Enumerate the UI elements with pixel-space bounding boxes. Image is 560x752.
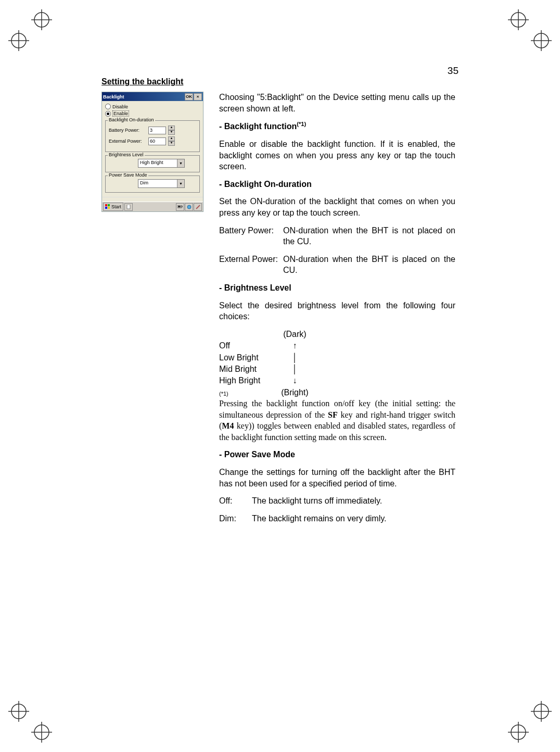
brightness-level-group: Brightness Level High Bright ▼	[105, 155, 200, 172]
arrow-pipe-icon: │	[281, 364, 308, 375]
choice-high: High Bright	[219, 375, 260, 386]
svg-rect-27	[108, 207, 110, 209]
choice-off: Off	[219, 340, 260, 352]
crop-mark-icon	[508, 722, 529, 743]
arrow-down-icon: ↓	[281, 375, 308, 386]
power-save-heading: - Power Save Mode	[219, 449, 455, 460]
external-power-input[interactable]: 60	[148, 137, 166, 145]
power-save-mode-group: Power Save Mode Dim ▼	[105, 176, 200, 193]
definition-label: Off:	[219, 495, 248, 507]
ok-button[interactable]: OK	[185, 93, 193, 101]
enable-radio-row[interactable]: Enable	[105, 110, 200, 117]
battery-icon	[177, 205, 183, 208]
window-titlebar: Backlight OK ×	[102, 92, 203, 101]
spin-up-icon: ▲	[168, 136, 175, 141]
brightness-dropdown[interactable]: High Bright ▼	[138, 159, 185, 168]
globe-icon	[187, 205, 192, 209]
svg-rect-26	[105, 207, 107, 209]
group-legend: Power Save Mode	[108, 172, 148, 178]
svg-rect-24	[105, 204, 107, 206]
battery-tray-icon[interactable]	[176, 203, 184, 211]
crop-mark-icon	[8, 30, 29, 51]
window-title: Backlight	[103, 94, 184, 99]
taskbar-app-icon[interactable]	[124, 203, 133, 211]
powersave-dropdown[interactable]: Dim ▼	[138, 179, 185, 188]
battery-power-spinner[interactable]: ▲ ▼	[168, 126, 175, 135]
definition-label: Battery Power:	[219, 225, 279, 247]
start-button[interactable]: Start	[103, 203, 123, 211]
brightness-choices-table: Off Low Bright Mid Bright High Bright (D…	[219, 329, 455, 398]
footnote-paragraph: Pressing the backlight function on/off k…	[219, 398, 455, 443]
crop-mark-icon	[31, 722, 52, 743]
disable-radio-row[interactable]: Disable	[105, 103, 200, 110]
external-power-definition: External Power: ON-duration when the BHT…	[219, 254, 455, 276]
backlight-function-heading: - Backlight function(*1)	[219, 120, 455, 132]
crop-mark-icon	[31, 9, 52, 30]
svg-rect-31	[178, 206, 181, 207]
backlight-function-paragraph: Enable or disable the backlight function…	[219, 139, 455, 172]
choice-mid: Mid Bright	[219, 364, 260, 375]
svg-rect-30	[182, 206, 183, 207]
crop-mark-icon	[531, 701, 552, 722]
off-definition: Off: The backlight turns off immediately…	[219, 495, 455, 507]
power-save-paragraph: Change the settings for turning off the …	[219, 467, 455, 489]
choice-low: Low Bright	[219, 352, 260, 364]
brightness-paragraph: Select the desired brightness level from…	[219, 300, 455, 322]
dim-definition: Dim: The backlight remains on very dimly…	[219, 513, 455, 524]
crop-mark-icon	[508, 9, 529, 30]
crop-mark-icon	[531, 30, 552, 51]
battery-power-input[interactable]: 3	[148, 127, 166, 134]
page-number: 35	[448, 65, 459, 77]
definition-body: ON-duration when the BHT is placed on th…	[283, 254, 455, 276]
crop-mark-icon	[8, 701, 29, 722]
windows-flag-icon	[105, 204, 110, 209]
spin-down-icon: ▼	[168, 141, 175, 146]
label-bright: (Bright)	[281, 387, 308, 398]
definition-label: Dim:	[219, 513, 248, 524]
definition-body: The backlight turns off immediately.	[252, 495, 455, 507]
backlight-on-duration-group: Backlight On-duration Battery Power: 3 ▲…	[105, 120, 200, 152]
intro-paragraph: Choosing "5:Backlight" on the Device set…	[219, 92, 455, 114]
pen-icon	[196, 205, 200, 209]
svg-point-32	[187, 205, 191, 209]
definition-label: External Power:	[219, 254, 279, 276]
definition-body: The backlight remains on very dimly.	[252, 513, 455, 524]
external-power-spinner[interactable]: ▲ ▼	[168, 136, 175, 146]
spin-up-icon: ▲	[168, 126, 175, 130]
on-duration-paragraph: Set the ON-duration of the backlight tha…	[219, 196, 455, 218]
battery-power-definition: Battery Power: ON-duration when the BHT …	[219, 225, 455, 247]
network-tray-icon[interactable]	[185, 203, 193, 211]
radio-icon	[105, 111, 111, 117]
definition-body: ON-duration when the BHT is not placed o…	[283, 225, 455, 247]
start-label: Start	[111, 204, 121, 209]
group-legend: Brightness Level	[108, 152, 145, 157]
group-legend: Backlight On-duration	[108, 117, 155, 122]
document-icon	[126, 205, 131, 209]
brightness-heading: - Brightness Level	[219, 282, 455, 294]
input-tray-icon[interactable]	[194, 203, 202, 211]
svg-rect-28	[127, 205, 130, 209]
battery-power-label: Battery Power:	[109, 128, 146, 133]
svg-line-33	[196, 205, 200, 209]
external-power-label: External Power:	[109, 139, 146, 144]
svg-rect-25	[108, 204, 110, 206]
dropdown-value: High Bright	[138, 159, 177, 167]
chevron-down-icon: ▼	[177, 159, 184, 167]
radio-icon	[105, 104, 111, 109]
on-duration-heading: - Backlight On-duration	[219, 179, 455, 190]
arrow-up-icon: ↑	[281, 340, 308, 352]
spin-down-icon: ▼	[168, 130, 175, 135]
dropdown-value: Dim	[138, 180, 177, 187]
section-title: Setting the backlight	[101, 77, 455, 86]
close-button[interactable]: ×	[194, 93, 202, 101]
chevron-down-icon: ▼	[177, 180, 184, 187]
taskbar: Start	[102, 202, 203, 211]
backlight-screenshot: Backlight OK × Disable Enable Backlight …	[101, 92, 203, 212]
disable-label: Disable	[112, 104, 128, 109]
arrow-pipe-icon: │	[281, 352, 308, 364]
label-dark: (Dark)	[281, 329, 308, 340]
enable-label: Enable	[112, 110, 129, 117]
